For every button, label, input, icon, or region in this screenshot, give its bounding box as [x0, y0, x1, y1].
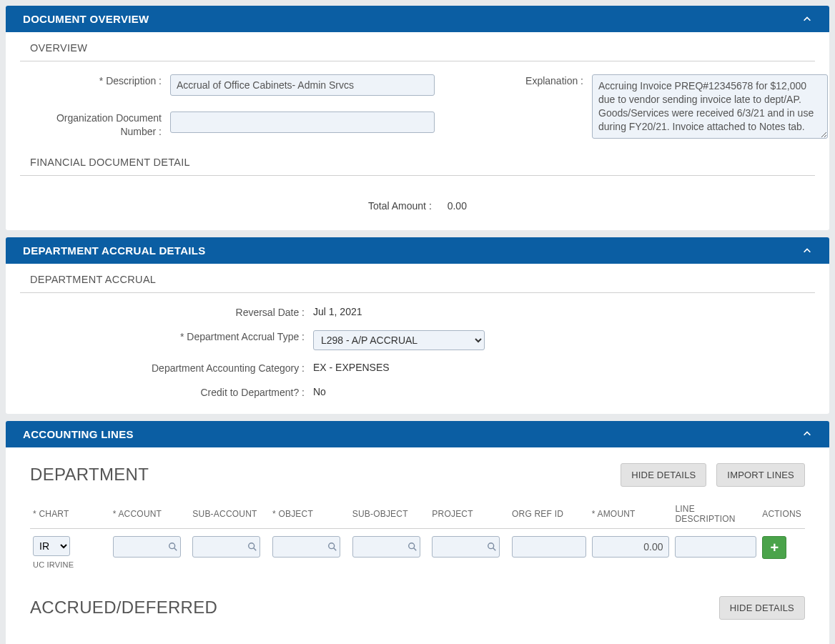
orgdoc-label: Organization Document Number : — [27, 112, 170, 137]
accounting-lines-body: DEPARTMENT HIDE DETAILS IMPORT LINES * C… — [6, 447, 829, 644]
col-org-ref: ORG REF ID — [509, 500, 589, 529]
import-lines-button[interactable]: IMPORT LINES — [716, 463, 805, 487]
department-section-title: DEPARTMENT — [30, 465, 149, 485]
dept-accrual-subheader: DEPARTMENT ACCRUAL — [20, 274, 815, 293]
svg-point-2 — [249, 543, 255, 548]
account-lookup-icon[interactable] — [168, 542, 178, 552]
plus-icon: + — [770, 540, 779, 555]
panel-title: DEPARTMENT ACCRUAL DETAILS — [23, 244, 206, 257]
svg-line-9 — [493, 548, 496, 550]
svg-line-7 — [413, 548, 416, 550]
col-project: PROJECT — [429, 500, 509, 529]
chevron-up-icon — [802, 429, 812, 439]
table-row: IR UC IRVINE — [30, 528, 805, 572]
document-overview-panel: DOCUMENT OVERVIEW OVERVIEW * Description… — [6, 6, 829, 230]
line-description-input[interactable] — [675, 536, 756, 558]
total-amount-value: 0.00 — [448, 200, 467, 212]
project-lookup-icon[interactable] — [487, 542, 497, 552]
hide-details-button-2[interactable]: HIDE DETAILS — [719, 596, 805, 620]
col-chart: * CHART — [30, 500, 110, 529]
accounting-lines-header[interactable]: ACCOUNTING LINES — [6, 421, 829, 447]
sub-account-lookup-icon[interactable] — [247, 542, 257, 552]
hide-details-button[interactable]: HIDE DETAILS — [621, 463, 706, 487]
col-sub-account: SUB-ACCOUNT — [189, 500, 270, 529]
svg-line-5 — [334, 548, 337, 550]
description-label: * Description : — [27, 74, 170, 87]
department-accrual-body: DEPARTMENT ACCRUAL Reversal Date : Jul 1… — [6, 264, 829, 414]
org-ref-input[interactable] — [512, 536, 586, 558]
table-header-row: * CHART * ACCOUNT SUB-ACCOUNT * OBJECT S… — [30, 500, 805, 529]
overview-subheader: OVERVIEW — [20, 42, 815, 61]
chevron-up-icon — [802, 14, 812, 24]
col-sub-object: SUB-OBJECT — [350, 500, 430, 529]
panel-title: DOCUMENT OVERVIEW — [23, 13, 149, 25]
svg-point-8 — [488, 543, 494, 548]
chart-select[interactable]: IR — [33, 536, 70, 556]
col-account: * ACCOUNT — [110, 500, 190, 529]
chevron-up-icon — [802, 246, 812, 256]
svg-point-4 — [329, 543, 335, 548]
document-overview-header[interactable]: DOCUMENT OVERVIEW — [6, 6, 829, 32]
financial-detail-subheader: FINANCIAL DOCUMENT DETAIL — [20, 157, 815, 176]
accounting-lines-table: * CHART * ACCOUNT SUB-ACCOUNT * OBJECT S… — [30, 500, 805, 572]
reversal-date-value: Jul 1, 2021 — [313, 306, 814, 319]
col-object: * OBJECT — [270, 500, 350, 529]
panel-title: ACCOUNTING LINES — [23, 428, 134, 440]
chart-sublabel: UC IRVINE — [33, 560, 107, 569]
col-line-desc: LINE DESCRIPTION — [672, 500, 759, 529]
accounting-category-label: Department Accounting Category : — [27, 362, 313, 375]
explanation-textarea[interactable] — [592, 74, 828, 139]
add-line-button[interactable]: + — [762, 536, 786, 559]
sub-object-lookup-icon[interactable] — [407, 542, 418, 552]
svg-line-3 — [254, 548, 257, 550]
object-lookup-icon[interactable] — [327, 542, 337, 552]
department-accrual-panel: DEPARTMENT ACCRUAL DETAILS DEPARTMENT AC… — [6, 237, 829, 414]
reversal-date-label: Reversal Date : — [27, 306, 313, 319]
svg-point-0 — [169, 543, 174, 548]
svg-point-6 — [408, 543, 414, 548]
credit-to-dept-value: No — [313, 386, 814, 399]
total-amount-label: Total Amount : — [368, 200, 432, 212]
svg-line-1 — [174, 548, 177, 550]
col-actions: ACTIONS — [759, 500, 805, 529]
accounting-category-value: EX - EXPENSES — [313, 362, 814, 375]
orgdoc-input[interactable] — [170, 112, 435, 133]
accrual-type-label: * Department Accrual Type : — [27, 330, 313, 350]
department-accrual-header[interactable]: DEPARTMENT ACCRUAL DETAILS — [6, 237, 829, 264]
explanation-label: Explanation : — [435, 74, 592, 87]
accrual-type-select[interactable]: L298 - A/P ACCRUAL — [313, 330, 485, 350]
description-input[interactable] — [170, 74, 435, 96]
amount-input[interactable] — [592, 536, 670, 558]
credit-to-dept-label: Credit to Department? : — [27, 386, 313, 399]
accrued-deferred-section-title: ACCRUED/DEFERRED — [30, 598, 217, 618]
col-amount: * AMOUNT — [589, 500, 673, 529]
document-overview-body: OVERVIEW * Description : Explanation : O… — [6, 32, 829, 230]
accounting-lines-panel: ACCOUNTING LINES DEPARTMENT HIDE DETAILS… — [6, 421, 829, 644]
